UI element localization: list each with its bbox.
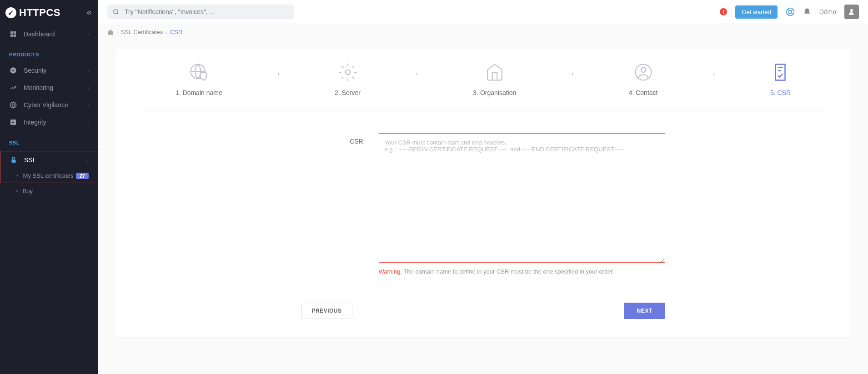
svg-line-15 (791, 9, 793, 11)
sidebar-subitem-buy[interactable]: Buy (5, 184, 98, 198)
user-name[interactable]: Démo (819, 8, 836, 15)
chevron-right-icon: › (88, 120, 89, 125)
chevron-right-icon: › (88, 68, 89, 73)
gear-icon (338, 63, 357, 82)
products-heading: PRODUCTS (0, 43, 98, 62)
lifebuoy-icon[interactable] (786, 7, 795, 16)
lock-icon (10, 156, 18, 164)
svg-rect-0 (10, 31, 13, 34)
sidebar: ✓ HTTPCS Dashboard › PRODUCTS Security › (0, 0, 98, 374)
next-button[interactable]: NEXT (624, 303, 665, 319)
step-server[interactable]: 2. Server (335, 63, 361, 96)
breadcrumb-separator: · (116, 29, 118, 35)
svg-rect-1 (14, 31, 16, 34)
globe-icon (9, 101, 17, 109)
person-circle-icon (634, 63, 653, 82)
svg-line-10 (117, 13, 119, 15)
svg-line-14 (791, 13, 793, 15)
previous-button[interactable]: PREVIOUS (301, 303, 352, 319)
wizard-card: 1. Domain name › 2. Server › 3 (116, 49, 850, 337)
sidebar-item-label: Integrity (24, 119, 46, 126)
home-icon[interactable] (107, 29, 114, 35)
chart-line-icon (9, 84, 17, 92)
chevron-right-icon: › (416, 70, 418, 77)
search-input[interactable] (107, 5, 294, 19)
get-started-button[interactable]: Get started (735, 5, 777, 19)
check-square-icon (9, 118, 17, 126)
brand-name: HTTPCS (19, 7, 60, 19)
step-label: 2. Server (335, 89, 361, 96)
warning-label: Warning. (379, 268, 402, 275)
step-label: 3. Organisation (473, 89, 516, 96)
breadcrumb-current: CSR (170, 29, 182, 35)
logo-icon: ✓ (5, 7, 16, 18)
csr-label: CSR: (301, 133, 365, 145)
chevron-right-icon: › (277, 70, 280, 77)
ssl-count-badge: 27 (76, 173, 89, 179)
logo[interactable]: ✓ HTTPCS (5, 7, 60, 19)
sidebar-item-monitoring[interactable]: Monitoring › (0, 79, 98, 96)
csr-warning: Warning. The domain name to define in yo… (379, 268, 665, 275)
chevron-right-icon: › (88, 32, 89, 37)
document-check-icon (771, 63, 790, 82)
topbar: ! Get started Démo (98, 0, 868, 24)
chevron-right-icon: › (572, 70, 574, 77)
breadcrumb: · SSL Certificates · CSR (98, 24, 868, 40)
avatar[interactable] (844, 5, 859, 19)
warning-text: The domain name to define in your CSR mu… (402, 268, 614, 275)
step-label: 1. Domain name (176, 89, 222, 96)
sidebar-item-label: SSL (24, 156, 36, 164)
chevron-right-icon: › (88, 85, 89, 90)
svg-rect-2 (10, 35, 13, 37)
chevron-down-icon: ⌄ (85, 158, 89, 163)
svg-rect-8 (11, 160, 15, 163)
step-organisation[interactable]: 3. Organisation (473, 63, 516, 96)
bell-icon[interactable] (803, 8, 811, 16)
chevron-right-icon: › (713, 70, 715, 77)
search-icon (113, 9, 119, 15)
ssl-heading: SSL (0, 131, 98, 150)
dashboard-icon (9, 30, 17, 38)
sidebar-item-security[interactable]: Security › (0, 62, 98, 79)
globe-shield-icon (189, 63, 208, 82)
sidebar-item-label: Security (24, 67, 47, 74)
csr-textarea[interactable] (379, 133, 665, 263)
sidebar-item-cyber-vigilance[interactable]: Cyber Vigilance › (0, 96, 98, 114)
svg-point-9 (114, 10, 118, 14)
stepper: 1. Domain name › 2. Server › 3 (139, 60, 827, 110)
sidebar-subitem-my-ssl[interactable]: My SSL certificates 27 (5, 169, 98, 183)
step-domain[interactable]: 1. Domain name (176, 63, 222, 96)
svg-point-20 (345, 70, 350, 75)
step-csr[interactable]: 5. CSR (770, 63, 791, 96)
sidebar-subitem-label: My SSL certificates (23, 172, 74, 179)
sidebar-item-integrity[interactable]: Integrity › (0, 114, 98, 131)
home-icon (485, 63, 504, 82)
svg-point-22 (641, 68, 646, 73)
alert-badge[interactable]: ! (720, 8, 727, 15)
sidebar-item-label: Cyber Vigilance (24, 101, 68, 109)
svg-line-16 (788, 13, 789, 15)
sidebar-subitem-label: Buy (23, 188, 33, 194)
shield-check-icon (9, 66, 17, 75)
collapse-icon[interactable] (85, 9, 93, 16)
sidebar-item-label: Dashboard (24, 30, 55, 38)
step-label: 4. Contact (629, 89, 658, 96)
breadcrumb-ssl-certs[interactable]: SSL Certificates (121, 29, 163, 35)
sidebar-item-ssl[interactable]: SSL ⌄ (0, 151, 98, 169)
svg-line-13 (788, 9, 789, 11)
step-contact[interactable]: 4. Contact (629, 63, 658, 96)
sidebar-item-label: Monitoring (24, 84, 53, 91)
svg-rect-3 (14, 35, 16, 37)
breadcrumb-separator: · (166, 29, 167, 35)
sidebar-item-dashboard[interactable]: Dashboard › (0, 25, 98, 43)
svg-point-12 (788, 10, 792, 14)
step-label: 5. CSR (770, 89, 791, 96)
svg-point-17 (850, 9, 853, 12)
chevron-right-icon: › (88, 103, 89, 108)
